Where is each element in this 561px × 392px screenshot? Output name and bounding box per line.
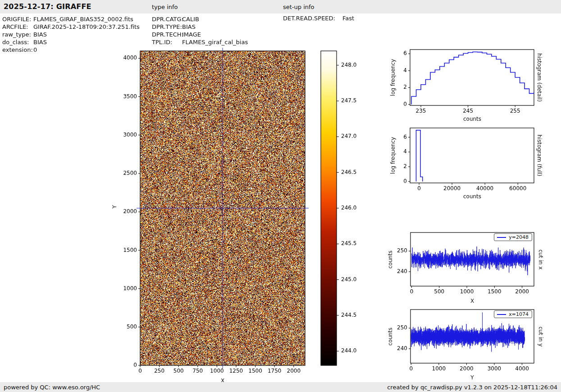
type-info-value: IMAGE [182, 31, 201, 38]
footer-bar: powered by QC: www.eso.org/HC created by… [0, 382, 561, 392]
legend-cut-x: y=2048 [494, 233, 532, 241]
metadata-row-arcfile: ARCFILE: GIRAF.2025-12-18T09:20:37.251.f… [2, 23, 140, 31]
hist-detail-xaxis-label: counts [463, 116, 481, 122]
metadata-row-extension: extension: 0 [2, 46, 140, 54]
legend-line-icon [497, 314, 506, 315]
cut-x-side-label: cut in x [538, 250, 544, 270]
type-info-row-dpr-catg: DPR.CATG: CALIB [152, 15, 248, 23]
legend-label: x=1074 [509, 311, 529, 317]
setup-info-label: DET.READ.SPEED: [283, 14, 342, 22]
metadata-label: extension: [2, 46, 33, 54]
legend-line-icon [497, 237, 506, 238]
hist-full-xaxis-label: counts [463, 193, 481, 200]
metadata-value: BIAS [33, 31, 47, 38]
type-info-value: BIAS [182, 23, 196, 31]
metadata-row-do-class: do_class: BIAS [2, 38, 140, 46]
hist-detail-side-label: histogram (detail) [536, 53, 543, 102]
footer-left-text: powered by QC: www.eso.org/HC [4, 384, 100, 391]
header-bar: 2025-12-17: GIRAFFE type info set-up inf… [0, 0, 561, 14]
metadata-block: ORIGFILE: FLAMES_GIRAF_BIAS352_0002.fits… [2, 15, 140, 54]
cut-y-xaxis-label: Y [470, 374, 474, 381]
type-info-value: FLAMES_giraf_cal_bias [182, 38, 248, 46]
metadata-label: ARCFILE: [2, 23, 33, 31]
hist-full-yaxis-label: log frequency [390, 137, 396, 174]
footer-right-text: created by qc_rawdisp.py v1.2.3 on 2025-… [387, 384, 557, 391]
type-info-label: TPL.ID: [152, 38, 182, 46]
type-info-heading: type info [152, 4, 178, 10]
metadata-value: BIAS [33, 38, 47, 46]
page-title: 2025-12-17: GIRAFFE [4, 2, 91, 11]
type-info-label: DPR.TYPE: [152, 23, 182, 31]
metadata-label: raw_type: [2, 31, 33, 38]
type-info-label: DPR.CATG: [152, 15, 182, 23]
cut-y-yaxis-label: counts [387, 328, 393, 346]
hist-full-side-label: histogram (full) [536, 135, 543, 177]
type-info-value: CALIB [182, 15, 199, 23]
type-info-row-tpl-id: TPL.ID: FLAMES_giraf_cal_bias [152, 38, 248, 46]
type-info-row-dpr-tech: DPR.TECH: IMAGE [152, 31, 248, 38]
setup-info-heading: set-up info [283, 4, 315, 10]
legend-cut-y: x=1074 [494, 310, 532, 318]
type-info-block: DPR.CATG: CALIB DPR.TYPE: BIAS DPR.TECH:… [152, 15, 248, 46]
metadata-value: GIRAF.2025-12-18T09:20:37.251.fits [33, 23, 140, 31]
metadata-label: do_class: [2, 38, 33, 46]
setup-info-block: DET.READ.SPEED: Fast [283, 14, 354, 22]
cut-x-xaxis-label: X [470, 298, 474, 304]
metadata-value: 0 [33, 46, 37, 54]
hist-detail-yaxis-label: log frequency [390, 59, 396, 96]
legend-label: y=2048 [509, 234, 529, 240]
metadata-value: FLAMES_GIRAF_BIAS352_0002.fits [33, 15, 133, 23]
cut-y-side-label: cut in y [538, 327, 544, 347]
setup-info-row-read-speed: DET.READ.SPEED: Fast [283, 14, 354, 22]
metadata-row-raw-type: raw_type: BIAS [2, 31, 140, 38]
type-info-row-dpr-type: DPR.TYPE: BIAS [152, 23, 248, 31]
setup-info-value: Fast [342, 14, 354, 22]
main-image-yaxis-label: Y [111, 205, 118, 208]
metadata-row-origfile: ORIGFILE: FLAMES_GIRAF_BIAS352_0002.fits [2, 15, 140, 23]
metadata-label: ORIGFILE: [2, 15, 33, 23]
type-info-label: DPR.TECH: [152, 31, 182, 38]
cut-x-yaxis-label: counts [387, 251, 393, 269]
